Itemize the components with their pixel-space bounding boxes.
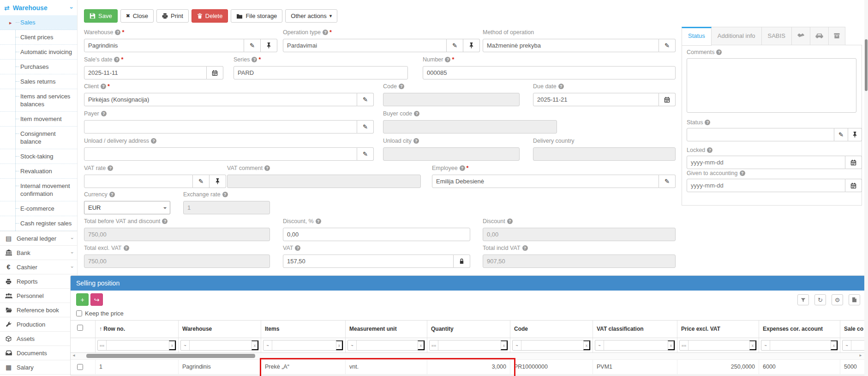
number-input[interactable] xyxy=(423,66,676,79)
save-button[interactable]: Save xyxy=(84,9,118,23)
print-button[interactable]: Print xyxy=(156,9,189,23)
operation-type-pin-button[interactable] xyxy=(463,39,480,52)
filter-operator[interactable]: ~ xyxy=(595,340,604,350)
given-to-accounting-calendar-button[interactable] xyxy=(845,179,862,192)
column-header-warehouse[interactable]: Warehouse xyxy=(179,321,261,338)
filter-clear-button[interactable]: x xyxy=(501,340,508,350)
sidebar-section-production[interactable]: Production› xyxy=(0,317,77,331)
column-header-vat-classification[interactable]: VAT classification xyxy=(593,321,677,338)
scroll-right-icon[interactable]: ► xyxy=(859,353,862,358)
column-header-row-no[interactable]: ↑ Row no. xyxy=(96,321,179,338)
given-to-accounting-input[interactable] xyxy=(687,179,845,192)
horizontal-scrollbar-thumb[interactable] xyxy=(86,354,255,358)
sidebar-section-salary[interactable]: ▦ Salary› xyxy=(0,360,77,374)
payer-input[interactable] xyxy=(84,120,357,133)
file-storage-button[interactable]: File storage xyxy=(231,9,282,23)
filter-input-sale[interactable] xyxy=(851,340,865,350)
sidebar-item-client-prices[interactable]: Client prices xyxy=(0,30,77,45)
tab-archive[interactable] xyxy=(829,27,845,45)
tab-handshake[interactable] xyxy=(792,27,810,45)
close-button[interactable]: ✖ Close xyxy=(120,9,154,23)
help-icon[interactable]: ? xyxy=(740,170,745,176)
filter-clear-button[interactable]: x xyxy=(336,340,343,350)
filter-clear-button[interactable]: x xyxy=(668,340,675,350)
status-pin-button[interactable] xyxy=(848,128,862,141)
page-scrollbar-thumb[interactable] xyxy=(865,39,868,91)
column-header-measurement-unit[interactable]: Measurement unit xyxy=(346,321,427,338)
filter-input-price-excl-vat[interactable] xyxy=(688,340,749,350)
discount-pct-input[interactable] xyxy=(283,228,470,241)
tab-status[interactable]: Status xyxy=(682,27,712,46)
sidebar-section-declaration[interactable]: Declaration› xyxy=(0,374,77,376)
help-icon[interactable]: ? xyxy=(558,84,564,89)
sales-date-input[interactable] xyxy=(84,66,207,79)
column-header-quantity[interactable]: Quantity xyxy=(427,321,510,338)
column-header-expenses-cor-account[interactable]: Expenses cor. account xyxy=(759,321,840,338)
unload-address-input[interactable] xyxy=(84,147,357,161)
tab-car[interactable] xyxy=(810,27,829,45)
sidebar-section-general-ledger[interactable]: ▤ General ledger› xyxy=(0,231,77,245)
comments-textarea[interactable] xyxy=(687,58,856,113)
due-date-input[interactable] xyxy=(533,93,659,106)
filter-clear-button[interactable]: x xyxy=(169,340,176,350)
method-of-operation-edit-button[interactable]: ✎ xyxy=(659,39,676,52)
locked-calendar-button[interactable] xyxy=(845,156,862,169)
sidebar-item-sales-returns[interactable]: Sales returns xyxy=(0,74,77,89)
client-edit-button[interactable]: ✎ xyxy=(357,93,374,106)
filter-clear-button[interactable]: x xyxy=(749,340,756,350)
warehouse-edit-button[interactable]: ✎ xyxy=(244,39,261,52)
filter-operator[interactable]: ~ xyxy=(181,340,190,350)
filter-operator[interactable]: ~ xyxy=(843,340,851,350)
export-button[interactable] xyxy=(849,294,860,305)
vat-rate-pin-button[interactable] xyxy=(210,175,226,188)
tab-sabis[interactable]: SABIS xyxy=(762,27,792,45)
help-icon[interactable]: ? xyxy=(507,218,513,224)
filter-input-vat-classification[interactable] xyxy=(604,340,668,350)
help-icon[interactable]: ? xyxy=(162,218,168,224)
vat-rate-input[interactable] xyxy=(84,175,193,188)
filter-input-quantity[interactable] xyxy=(438,340,501,350)
vat-input[interactable] xyxy=(283,255,454,268)
row-checkbox[interactable] xyxy=(77,364,83,370)
help-icon[interactable]: ? xyxy=(707,147,712,153)
filter-operator[interactable]: ~ xyxy=(348,340,357,350)
warehouse-input[interactable] xyxy=(84,39,244,52)
filter-input-measurement-unit[interactable] xyxy=(357,340,418,350)
tab-additional-info[interactable]: Additional info xyxy=(712,27,762,45)
help-icon[interactable]: ? xyxy=(316,218,321,224)
sidebar-section-documents[interactable]: Documents› xyxy=(0,346,77,360)
filter-operator[interactable]: == xyxy=(98,340,107,350)
help-icon[interactable]: ? xyxy=(251,57,257,62)
sidebar-section-reports[interactable]: Reports› xyxy=(0,274,77,288)
help-icon[interactable]: ? xyxy=(151,138,156,144)
help-icon[interactable]: ? xyxy=(124,245,129,251)
column-header-code[interactable]: Code xyxy=(510,321,593,338)
operation-type-input[interactable] xyxy=(283,39,447,52)
redo-button[interactable]: ↪ xyxy=(90,293,103,306)
warehouse-pin-button[interactable] xyxy=(261,39,277,52)
filter-button[interactable] xyxy=(797,294,809,305)
filter-clear-button[interactable]: x xyxy=(418,340,425,350)
help-icon[interactable]: ? xyxy=(108,165,113,171)
filter-operator[interactable]: ~ xyxy=(513,340,521,350)
filter-clear-button[interactable]: x xyxy=(251,340,258,350)
filter-input-code[interactable] xyxy=(521,340,583,350)
sales-date-calendar-button[interactable] xyxy=(207,66,223,79)
settings-button[interactable]: ⚙ xyxy=(832,294,843,305)
help-icon[interactable]: ? xyxy=(115,30,120,35)
sidebar-item-consignment-balance[interactable]: Consignment balance xyxy=(0,127,77,149)
help-icon[interactable]: ? xyxy=(109,192,115,197)
filter-input-row-no[interactable] xyxy=(107,340,169,350)
sidebar-section-bank[interactable]: Bank› xyxy=(0,245,77,260)
locked-input[interactable] xyxy=(687,156,845,169)
column-header-sale-cor[interactable]: Sale co xyxy=(840,321,865,338)
filter-input-expenses[interactable] xyxy=(770,340,831,350)
vat-lock-button[interactable] xyxy=(454,255,470,268)
sidebar-item-revaluation[interactable]: Revaluation xyxy=(0,164,77,179)
scroll-left-icon[interactable]: ◄ xyxy=(72,353,76,358)
help-icon[interactable]: ? xyxy=(101,111,107,116)
sidebar-item-e-commerce[interactable]: E-commerce xyxy=(0,201,77,216)
filter-operator[interactable]: == xyxy=(430,340,438,350)
operation-type-edit-button[interactable]: ✎ xyxy=(447,39,463,52)
sidebar-item-item-movement[interactable]: Item movement xyxy=(0,112,77,127)
